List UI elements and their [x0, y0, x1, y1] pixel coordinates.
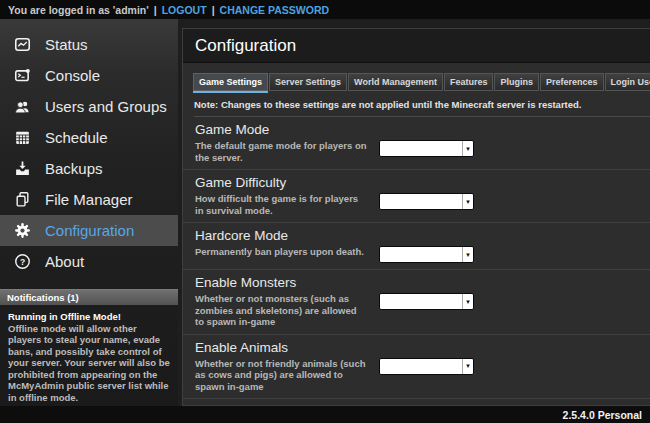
dropdown-arrow-icon: ▾	[462, 141, 473, 156]
sidebar-item-label: Schedule	[45, 129, 108, 146]
setting-enable-monsters: Enable Monsters Whether or not monsters …	[183, 270, 650, 335]
select-value	[380, 141, 462, 156]
sidebar-item-label: File Manager	[45, 191, 133, 208]
notifications-panel: Notifications (1) Running in Offline Mod…	[0, 289, 178, 403]
setting-hardcore-mode: Hardcore Mode Permanently ban players up…	[183, 223, 650, 270]
topbar: You are logged in as 'admin' | LOGOUT | …	[0, 0, 650, 19]
question-icon: ?	[14, 253, 31, 270]
setting-title: Game Mode	[195, 122, 650, 137]
select-value	[380, 294, 462, 309]
notifications-header: Notifications (1)	[0, 289, 178, 305]
console-icon	[14, 67, 31, 84]
sidebar-item-label: Console	[45, 67, 100, 84]
svg-text:?: ?	[20, 257, 25, 267]
tab-bar: Game Settings Server Settings World Mana…	[193, 73, 650, 91]
setting-title: Enable Monsters	[195, 275, 650, 290]
change-password-link[interactable]: CHANGE PASSWORD	[220, 4, 329, 16]
sidebar-item-label: Configuration	[45, 222, 134, 239]
sidebar-item-configuration[interactable]: Configuration	[0, 215, 178, 246]
restart-note: Note: Changes to these settings are not …	[194, 99, 650, 117]
separator: |	[212, 4, 215, 16]
setting-title: Game Difficulty	[195, 175, 650, 190]
gear-icon	[14, 222, 31, 239]
sidebar-item-users-and-groups[interactable]: Users and Groups	[0, 91, 178, 122]
select-value	[380, 247, 462, 262]
tab-world-management[interactable]: World Management	[348, 73, 443, 91]
dropdown-arrow-icon: ▾	[462, 359, 473, 374]
setting-game-difficulty: Game Difficulty How difficult the game i…	[183, 170, 650, 223]
setting-title: Hardcore Mode	[195, 228, 650, 243]
backups-icon	[14, 160, 31, 177]
page-title: Configuration	[195, 36, 296, 56]
setting-title: Enable NPCs	[195, 404, 650, 406]
tab-server-settings[interactable]: Server Settings	[269, 73, 347, 91]
hardcore-mode-select[interactable]: ▾	[379, 246, 474, 263]
content-area: Status Console Users and Groups Schedule	[0, 19, 650, 406]
panel-header: Configuration	[183, 29, 650, 63]
dropdown-arrow-icon: ▾	[462, 294, 473, 309]
notification-text: Offline mode will allow other players to…	[8, 323, 170, 404]
setting-description: Whether or not friendly animals (such as…	[195, 358, 367, 393]
logged-in-text: You are logged in as 'admin'	[8, 4, 149, 16]
tab-login-users[interactable]: Login Users	[605, 73, 650, 91]
sidebar-item-status[interactable]: Status	[0, 29, 178, 60]
select-value	[380, 194, 462, 209]
setting-description: Permanently ban players upon death.	[195, 246, 367, 258]
setting-description: The default game mode for players on the…	[195, 140, 367, 163]
setting-title: Enable Animals	[195, 340, 650, 355]
tab-plugins[interactable]: Plugins	[494, 73, 539, 91]
separator: |	[154, 4, 157, 16]
tab-game-settings[interactable]: Game Settings	[193, 73, 268, 91]
sidebar: Status Console Users and Groups Schedule	[0, 19, 178, 406]
sidebar-item-label: Status	[45, 36, 88, 53]
sidebar-item-console[interactable]: Console	[0, 60, 178, 91]
dropdown-arrow-icon: ▾	[462, 247, 473, 262]
setting-game-mode: Game Mode The default game mode for play…	[183, 117, 650, 170]
sidebar-item-file-manager[interactable]: File Manager	[0, 184, 178, 215]
configuration-panel: Configuration Game Settings Server Setti…	[182, 28, 650, 406]
tab-preferences[interactable]: Preferences	[540, 73, 604, 91]
notification-item: Running in Offline Mode! Offline mode wi…	[0, 305, 178, 403]
version-label: 2.5.4.0 Personal	[563, 409, 642, 421]
setting-description: How difficult the game is for players in…	[195, 193, 367, 216]
setting-enable-animals: Enable Animals Whether or not friendly a…	[183, 335, 650, 400]
game-difficulty-select[interactable]: ▾	[379, 193, 474, 210]
sidebar-item-schedule[interactable]: Schedule	[0, 122, 178, 153]
sidebar-item-about[interactable]: ? About	[0, 246, 178, 277]
dropdown-arrow-icon: ▾	[462, 194, 473, 209]
schedule-icon	[14, 129, 31, 146]
setting-description: Whether or not monsters (such as zombies…	[195, 293, 367, 328]
notification-title: Running in Offline Mode!	[8, 311, 170, 323]
sidebar-item-label: Users and Groups	[45, 98, 167, 115]
tab-features[interactable]: Features	[444, 73, 494, 91]
enable-animals-select[interactable]: ▾	[379, 358, 474, 375]
game-mode-select[interactable]: ▾	[379, 140, 474, 157]
file-manager-icon	[14, 191, 31, 208]
status-icon	[14, 36, 31, 53]
sidebar-item-label: About	[45, 253, 84, 270]
enable-monsters-select[interactable]: ▾	[379, 293, 474, 310]
logout-link[interactable]: LOGOUT	[162, 4, 207, 16]
sidebar-item-backups[interactable]: Backups	[0, 153, 178, 184]
users-icon	[14, 98, 31, 115]
select-value	[380, 359, 462, 374]
footer: 2.5.4.0 Personal	[0, 406, 650, 423]
sidebar-item-label: Backups	[45, 160, 103, 177]
main-area: Configuration Game Settings Server Setti…	[178, 19, 650, 406]
setting-enable-npcs: Enable NPCs Whether or not friendly mobs…	[183, 399, 650, 406]
